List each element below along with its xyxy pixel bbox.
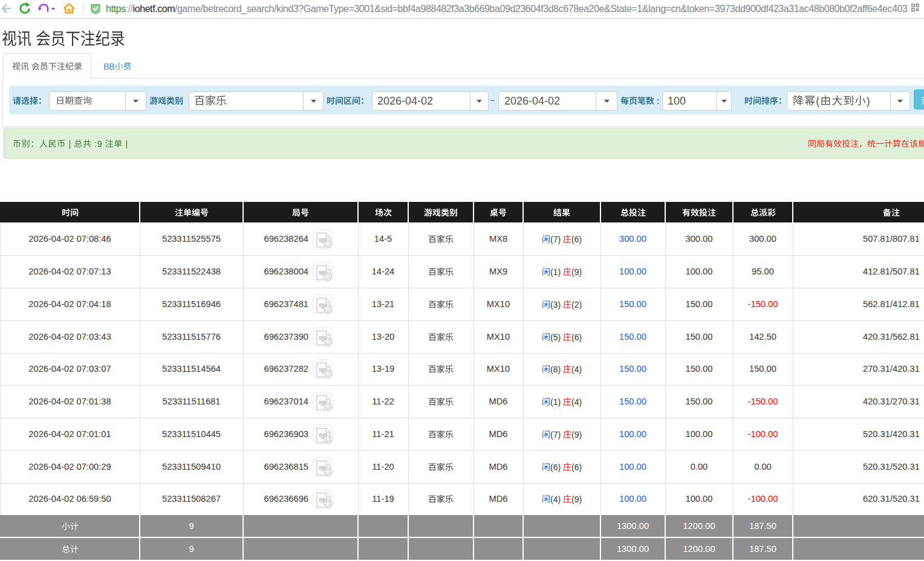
svg-text:(4): (4) [571, 397, 582, 407]
svg-text:(6): (6) [571, 332, 582, 342]
svg-text:(4): (4) [550, 495, 563, 504]
svg-text::9: :9 [92, 139, 105, 149]
svg-text:BB: BB [103, 61, 115, 71]
svg-text:(8): (8) [550, 365, 563, 374]
svg-text::: : [654, 96, 660, 105]
svg-text:(7): (7) [550, 430, 563, 439]
svg-text:(6): (6) [571, 235, 582, 244]
svg-text:(2): (2) [571, 300, 582, 310]
svg-text:(5): (5) [550, 332, 563, 342]
svg-text:(9): (9) [571, 495, 582, 504]
svg-text:(4): (4) [571, 365, 582, 374]
svg-text:(3): (3) [550, 300, 563, 310]
svg-text:): ) [866, 95, 870, 107]
svg-text:|: | [66, 139, 74, 149]
svg-text:(1): (1) [550, 267, 563, 277]
svg-text:(9): (9) [571, 267, 582, 277]
svg-text:(6): (6) [550, 462, 563, 472]
svg-text:(6): (6) [571, 462, 582, 472]
svg-text:~: ~ [490, 96, 495, 105]
svg-text:|: | [123, 139, 128, 149]
svg-text:(7): (7) [550, 235, 563, 244]
svg-text:(1): (1) [550, 397, 563, 407]
svg-text:(9): (9) [571, 430, 582, 439]
svg-text:(: ( [816, 95, 820, 107]
